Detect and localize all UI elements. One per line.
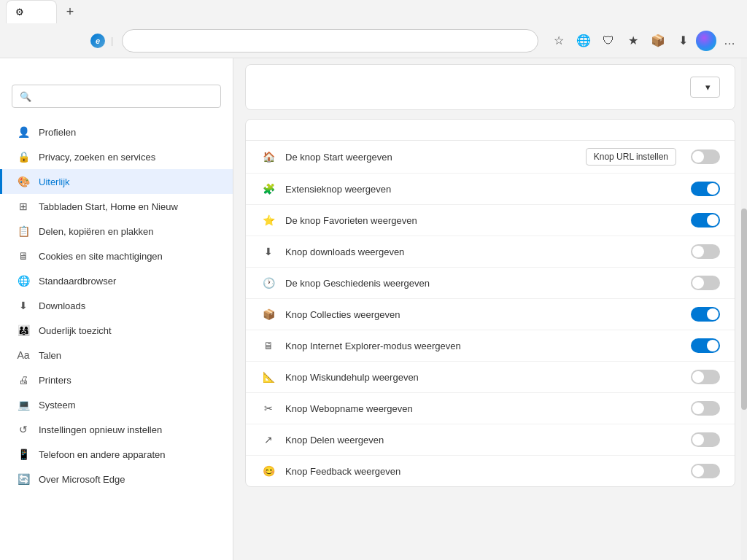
toggle-row-start: 🏠 De knop Start weergeven Knop URL inste… xyxy=(246,141,735,174)
scrollbar-track[interactable] xyxy=(741,58,747,560)
row-label-extensie: Extensieknop weergeven xyxy=(285,184,682,195)
sidebar-item-profielen[interactable]: 👤 Profielen xyxy=(0,120,233,144)
row-icon-wiskunde: 📐 xyxy=(260,369,276,385)
sidebar: 🔍 👤 Profielen 🔒 Privacy, zoeken en servi… xyxy=(0,58,233,560)
sidebar-item-over[interactable]: 🔄 Over Microsoft Edge xyxy=(0,467,233,491)
active-tab[interactable]: ⚙ xyxy=(6,0,57,23)
nav-label-telefoon: Telefoon en andere apparaten xyxy=(39,449,165,460)
nav-label-talen: Talen xyxy=(39,350,61,361)
sidebar-title xyxy=(0,73,233,85)
toggle-webopname[interactable] xyxy=(691,401,720,416)
url-btn-start[interactable]: Knop URL instellen xyxy=(586,148,676,166)
row-label-downloads: Knop downloads weergeven xyxy=(285,246,682,257)
browser-toolbar: e | ☆ 🌐 🛡 ★ 📦 ⬇ … xyxy=(0,23,747,58)
back-button[interactable] xyxy=(6,29,29,52)
nav-icon-downloads: ⬇ xyxy=(17,299,30,312)
address-bar[interactable] xyxy=(122,29,538,52)
settings-content: ▾ 🏠 De knop Start weergeven Knop URL ins… xyxy=(233,58,747,560)
window-controls xyxy=(640,0,741,23)
toggle-feedback[interactable] xyxy=(691,464,720,478)
settings-search-box[interactable]: 🔍 xyxy=(12,85,221,108)
toolbar-buttons-section: 🏠 De knop Start weergeven Knop URL inste… xyxy=(245,119,735,487)
toggle-row-extensie: 🧩 Extensieknop weergeven xyxy=(246,174,735,205)
sidebar-item-uiterlijk[interactable]: 🎨 Uiterlijk xyxy=(0,169,233,194)
toggle-extensie[interactable] xyxy=(691,182,720,196)
toggle-favorieten[interactable] xyxy=(691,213,720,228)
toggle-delen[interactable] xyxy=(691,432,720,447)
collections-button[interactable]: 📦 xyxy=(646,29,670,52)
toggle-row-webopname: ✂ Knop Webopname weergeven xyxy=(246,393,735,424)
forward-button[interactable] xyxy=(32,29,55,52)
toggle-knob-favorieten xyxy=(707,214,719,226)
row-icon-feedback: 😊 xyxy=(260,463,276,479)
sidebar-item-talen[interactable]: Aa Talen xyxy=(0,343,233,368)
sidebar-item-standaardbrowser[interactable]: 🌐 Standaardbrowser xyxy=(0,268,233,293)
edge-icon: e xyxy=(90,34,105,48)
scrollbar-thumb[interactable] xyxy=(741,209,747,409)
favorites-button[interactable]: ★ xyxy=(622,29,645,52)
nav-icon-telefoon: 📱 xyxy=(17,448,30,461)
toggle-knob-feedback xyxy=(692,465,704,477)
nav-icon-tabbladen: ⊞ xyxy=(17,200,30,213)
minimize-button[interactable] xyxy=(640,0,674,23)
sidebar-item-delen[interactable]: 📋 Delen, kopiëren en plakken xyxy=(0,219,233,244)
favorites-bar-dropdown[interactable]: ▾ xyxy=(690,77,720,98)
nav-icon-talen: Aa xyxy=(17,349,30,362)
toggle-knob-ie-modus xyxy=(707,340,719,351)
toggle-knob-start xyxy=(692,151,704,163)
browser-essentials-button[interactable]: 🛡 xyxy=(597,29,620,52)
close-button[interactable] xyxy=(708,0,741,23)
row-icon-extensie: 🧩 xyxy=(260,181,276,197)
row-icon-favorieten: ⭐ xyxy=(260,212,276,228)
row-icon-geschiedenis: 🕐 xyxy=(260,275,276,291)
nav-icon-systeem: 💻 xyxy=(17,398,30,411)
nav-label-uiterlijk: Uiterlijk xyxy=(39,176,70,187)
toggle-row-geschiedenis: 🕐 De knop Geschiedenis weergeven xyxy=(246,268,735,299)
row-icon-downloads: ⬇ xyxy=(260,244,276,260)
sidebar-item-privacy[interactable]: 🔒 Privacy, zoeken en services xyxy=(0,144,233,169)
nav-icon-ouderlijk: 👨‍👩‍👧 xyxy=(17,324,30,337)
more-options-button[interactable]: … xyxy=(718,29,741,52)
toggle-row-favorieten: ⭐ De knop Favorieten weergeven xyxy=(246,205,735,236)
nav-label-over: Over Microsoft Edge xyxy=(39,474,125,485)
web-capture-button[interactable]: 🌐 xyxy=(572,29,595,52)
toggle-ie-modus[interactable] xyxy=(691,338,720,353)
toggle-row-wiskunde: 📐 Knop Wiskundehulp weergeven xyxy=(246,362,735,393)
tab-settings-icon: ⚙ xyxy=(15,7,24,18)
toggle-knob-downloads xyxy=(692,246,704,257)
sidebar-item-telefoon[interactable]: 📱 Telefoon en andere apparaten xyxy=(0,442,233,467)
tab-bar: ⚙ + xyxy=(6,0,80,23)
nav-label-downloads: Downloads xyxy=(39,300,85,311)
sidebar-item-systeem[interactable]: 💻 Systeem xyxy=(0,392,233,417)
row-icon-start: 🏠 xyxy=(260,149,276,165)
sidebar-item-tabbladen[interactable]: ⊞ Tabbladen Start, Home en Nieuw xyxy=(0,194,233,219)
row-label-geschiedenis: De knop Geschiedenis weergeven xyxy=(285,278,682,289)
titlebar: ⚙ + xyxy=(0,0,747,23)
sidebar-item-cookies[interactable]: 🖥 Cookies en site machtigingen xyxy=(0,244,233,268)
toggle-row-feedback: 😊 Knop Feedback weergeven xyxy=(246,456,735,486)
toggle-knob-extensie xyxy=(707,183,719,195)
toggle-downloads[interactable] xyxy=(691,244,720,259)
toggle-geschiedenis[interactable] xyxy=(691,276,720,290)
row-label-start: De knop Start weergeven xyxy=(285,152,577,163)
sidebar-item-ouderlijk[interactable]: 👨‍👩‍👧 Ouderlijk toezicht xyxy=(0,318,233,343)
sidebar-item-printers[interactable]: 🖨 Printers xyxy=(0,368,233,392)
tab-close-button[interactable] xyxy=(36,7,47,18)
toggle-start[interactable] xyxy=(691,149,720,164)
toggle-collecties[interactable] xyxy=(691,307,720,322)
toggle-wiskunde[interactable] xyxy=(691,370,720,384)
nav-label-systeem: Systeem xyxy=(39,400,76,411)
new-tab-button[interactable]: + xyxy=(60,1,80,22)
main-layout: 🔍 👤 Profielen 🔒 Privacy, zoeken en servi… xyxy=(0,58,747,560)
profile-avatar[interactable] xyxy=(696,31,716,51)
sidebar-item-downloads[interactable]: ⬇ Downloads xyxy=(0,293,233,318)
favorites-star-button[interactable]: ☆ xyxy=(547,29,570,52)
maximize-button[interactable] xyxy=(674,0,708,23)
row-label-feedback: Knop Feedback weergeven xyxy=(285,466,682,477)
nav-label-standaardbrowser: Standaardbrowser xyxy=(39,276,116,287)
nav-label-privacy: Privacy, zoeken en services xyxy=(39,152,155,163)
sidebar-item-instellingen-reset[interactable]: ↺ Instellingen opnieuw instellen xyxy=(0,417,233,442)
row-label-ie-modus: Knop Internet Explorer-modus weergeven xyxy=(285,341,682,351)
refresh-button[interactable] xyxy=(58,29,82,52)
history-button[interactable]: ⬇ xyxy=(671,29,694,52)
